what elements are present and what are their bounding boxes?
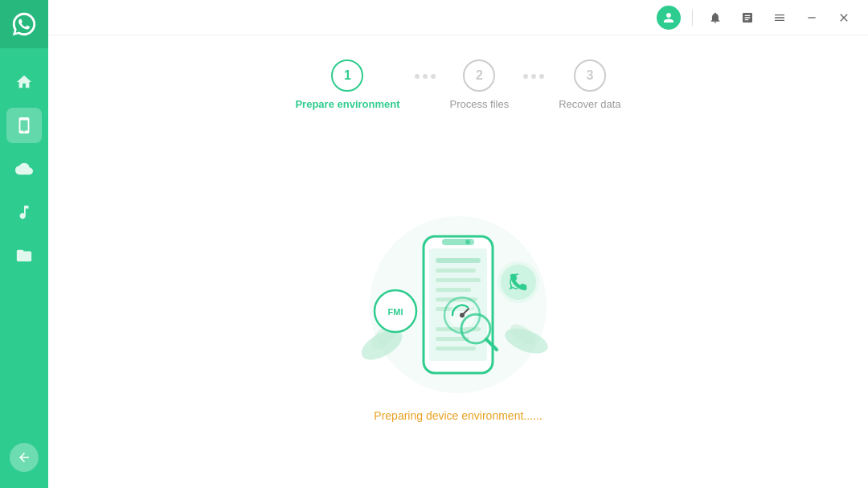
step-1-circle: 1 <box>331 59 363 92</box>
svg-rect-15 <box>436 278 481 282</box>
step-3: 3 Recover data <box>559 59 620 110</box>
svg-rect-13 <box>436 258 481 263</box>
sidebar-nav <box>6 48 42 443</box>
step-2: 2 Process files <box>450 59 510 110</box>
step-2-label: Process files <box>450 98 510 110</box>
menu-button[interactable] <box>768 6 791 29</box>
step-1: 1 Prepare environment <box>295 59 399 110</box>
main-area: 1 Prepare environment 2 Process files 3 <box>48 0 868 488</box>
titlebar-actions <box>704 6 855 29</box>
sidebar-bottom <box>10 443 39 488</box>
step-2-circle: 2 <box>463 59 495 92</box>
dot <box>531 74 536 79</box>
svg-rect-16 <box>436 288 471 292</box>
svg-point-12 <box>465 240 470 244</box>
svg-point-25 <box>460 313 465 318</box>
dot <box>423 74 428 79</box>
sidebar <box>0 0 48 488</box>
step-3-label: Recover data <box>559 98 620 110</box>
dot <box>431 74 436 79</box>
svg-rect-14 <box>436 269 476 273</box>
sidebar-logo <box>0 0 48 48</box>
dot <box>523 74 528 79</box>
minimize-button[interactable] <box>800 6 823 29</box>
notes-button[interactable] <box>736 6 759 29</box>
sidebar-item-folder[interactable] <box>6 238 42 273</box>
dot <box>539 74 544 79</box>
user-avatar[interactable] <box>657 6 681 30</box>
whatsapp-icon <box>10 10 38 38</box>
content-area: FMI <box>48 126 868 488</box>
sidebar-item-cloud[interactable] <box>6 151 42 187</box>
svg-rect-21 <box>436 347 476 351</box>
titlebar <box>48 0 868 35</box>
sidebar-item-device[interactable] <box>6 108 42 143</box>
steps-container: 1 Prepare environment 2 Process files 3 <box>48 35 868 126</box>
illustration: FMI <box>338 192 579 417</box>
close-button[interactable] <box>833 6 855 29</box>
step-dots-2-3 <box>523 74 544 79</box>
back-button[interactable] <box>10 443 39 472</box>
sidebar-item-home[interactable] <box>6 64 42 100</box>
sidebar-item-music[interactable] <box>6 195 42 230</box>
titlebar-divider <box>692 10 693 26</box>
bell-button[interactable] <box>704 6 727 29</box>
step-1-label: Prepare environment <box>295 98 399 110</box>
svg-text:FMI: FMI <box>388 307 403 317</box>
dot <box>415 74 420 79</box>
svg-point-8 <box>501 265 536 300</box>
step-3-circle: 3 <box>574 59 606 92</box>
step-dots-1-2 <box>415 74 436 79</box>
status-text: Preparing device environment...... <box>374 409 542 422</box>
